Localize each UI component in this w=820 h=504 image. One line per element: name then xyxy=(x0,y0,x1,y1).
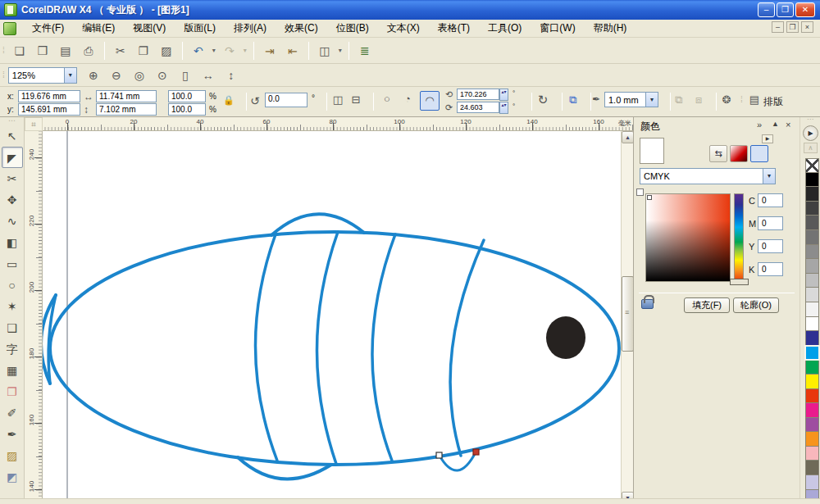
docker-close-icon[interactable]: × xyxy=(786,120,790,129)
layout-icon[interactable]: ▤ xyxy=(746,93,763,109)
menu-tools[interactable]: 工具(O) xyxy=(479,20,531,37)
palette-flyout-icon[interactable]: ▶ xyxy=(803,125,818,141)
import-icon[interactable]: ⇥ xyxy=(260,41,280,61)
curve-node-handle-left[interactable] xyxy=(436,452,442,458)
y-position-field[interactable]: 145.691 mm xyxy=(18,103,80,116)
zoom-combo-arrow-icon[interactable]: ▾ xyxy=(64,68,76,83)
scale-lock-icon[interactable]: 🔒 xyxy=(223,95,235,106)
change-direction-icon[interactable]: ↻ xyxy=(535,93,551,109)
start-angle-field[interactable]: 170.226 xyxy=(457,89,499,100)
pie-mode-button[interactable]: ◔ xyxy=(399,92,416,108)
close-button[interactable]: ✕ xyxy=(795,2,815,17)
zoom-level-combo[interactable]: 125% ▾ xyxy=(8,67,77,84)
eyedropper-tool[interactable]: ✐ xyxy=(2,402,23,424)
menu-layout[interactable]: 版面(L) xyxy=(175,20,225,37)
outline-width-arrow-icon[interactable]: ▾ xyxy=(645,93,658,107)
color-viewers-button[interactable] xyxy=(730,145,748,162)
menu-table[interactable]: 表格(T) xyxy=(429,20,479,37)
end-angle-field[interactable]: 24.603 xyxy=(457,102,499,113)
table-tool[interactable]: ▦ xyxy=(2,360,23,381)
zoom-out-icon[interactable]: ⊖ xyxy=(107,66,126,85)
restore-button[interactable]: ❐ xyxy=(777,2,794,17)
menu-file[interactable]: 文件(F) xyxy=(23,20,73,37)
end-angle-spinner[interactable]: ▴▾ xyxy=(499,102,508,114)
palette-swatch-selected[interactable] xyxy=(805,346,819,361)
app-launcher-icon[interactable]: ◫ xyxy=(315,41,335,61)
basic-shapes-tool[interactable]: ❑ xyxy=(2,317,23,338)
mirror-vertical-icon[interactable]: ⊟ xyxy=(348,93,364,109)
zoom-selected-icon[interactable]: ◎ xyxy=(130,66,149,85)
color-model-combo[interactable]: CMYK ▾ xyxy=(640,168,776,184)
cyan-field[interactable]: 0 xyxy=(758,193,783,207)
paste-icon[interactable]: ▨ xyxy=(157,41,176,61)
ruler-origin-icon[interactable]: ⌗ xyxy=(25,117,43,131)
order-icon[interactable]: ⧉ xyxy=(565,93,581,109)
palette-drag-handle[interactable]: ⋯ xyxy=(800,117,820,124)
smart-fill-tool[interactable]: ◧ xyxy=(2,232,23,253)
toolbar-drag-handle[interactable]: ⁞ xyxy=(740,95,742,104)
fish-stripe-3[interactable] xyxy=(372,234,395,461)
open-icon[interactable]: ❒ xyxy=(33,41,52,61)
layout-label[interactable]: 排版 xyxy=(763,95,783,109)
color-model-arrow-icon[interactable]: ▾ xyxy=(763,169,775,184)
fish-eye[interactable] xyxy=(546,316,585,359)
palette-swatch[interactable] xyxy=(805,403,819,418)
text-tool[interactable]: 字 xyxy=(2,338,23,360)
palette-swatch[interactable] xyxy=(805,230,819,245)
fill-tool[interactable]: ▨ xyxy=(2,445,23,466)
blend-tool[interactable]: ❐ xyxy=(2,381,23,402)
black-field[interactable]: 0 xyxy=(758,262,783,276)
launcher-dropdown-icon[interactable]: ▾ xyxy=(336,47,344,54)
palette-swatch[interactable] xyxy=(805,259,819,274)
zoom-page-icon[interactable]: ▯ xyxy=(175,66,195,85)
menu-text[interactable]: 文本(X) xyxy=(378,20,429,37)
zoom-page-height-icon[interactable]: ↕ xyxy=(221,66,241,85)
color-palettes-button[interactable] xyxy=(750,145,768,162)
pick-tool[interactable]: ↖ xyxy=(2,125,23,147)
palette-swatch[interactable] xyxy=(805,202,819,216)
horizontal-ruler[interactable]: 0 20 40 60 80 100 120 140 160 毫米 xyxy=(43,117,633,131)
undo-dropdown-icon[interactable]: ▾ xyxy=(210,47,218,54)
mirror-horizontal-icon[interactable]: ◫ xyxy=(330,93,346,109)
redo-dropdown-icon[interactable]: ▾ xyxy=(241,47,249,54)
palette-swatch[interactable] xyxy=(805,302,819,317)
freehand-tool[interactable]: ∿ xyxy=(2,211,23,232)
redo-icon[interactable]: ↷ xyxy=(220,41,239,61)
new-document-icon[interactable]: ❏ xyxy=(10,41,30,61)
fish-stripe-4[interactable] xyxy=(450,240,484,456)
palette-swatch[interactable] xyxy=(805,245,819,260)
palette-swatch[interactable] xyxy=(805,216,819,230)
hue-slider-handle[interactable] xyxy=(730,279,749,285)
canvas-vertical-scrollbar[interactable]: ▲ ▼ xyxy=(621,131,633,504)
palette-swatch[interactable] xyxy=(805,360,819,375)
palette-swatch[interactable] xyxy=(805,274,819,288)
yellow-field[interactable]: 0 xyxy=(758,239,783,253)
ellipse-tool[interactable]: ○ xyxy=(2,275,23,296)
palette-swatch[interactable] xyxy=(805,389,819,404)
rectangle-tool[interactable]: ▭ xyxy=(2,253,23,275)
options-icon[interactable]: ≣ xyxy=(355,41,375,61)
palette-swatch[interactable] xyxy=(805,187,819,202)
menu-edit[interactable]: 编辑(E) xyxy=(73,20,124,37)
copy-icon[interactable]: ❐ xyxy=(134,41,153,61)
zoom-page-width-icon[interactable]: ↔ xyxy=(198,66,218,85)
object-width-field[interactable]: 11.741 mm xyxy=(96,90,157,102)
menu-window[interactable]: 窗口(W) xyxy=(531,20,584,37)
object-height-field[interactable]: 7.102 mm xyxy=(96,103,157,116)
fish-stripe-2[interactable] xyxy=(317,232,338,464)
drawing-canvas[interactable] xyxy=(43,131,621,504)
crop-tool[interactable]: ✂ xyxy=(2,168,23,189)
wrap-text-icon[interactable]: ❂ xyxy=(718,93,735,109)
outline-pen-tool[interactable]: ✒ xyxy=(2,424,23,445)
fill-button[interactable]: 填充(F) xyxy=(684,297,730,313)
menu-view[interactable]: 视图(V) xyxy=(124,20,175,37)
menu-arrange[interactable]: 排列(A) xyxy=(225,20,276,37)
palette-swatch[interactable] xyxy=(805,331,819,346)
print-icon[interactable]: ⎙ xyxy=(79,41,98,61)
rotation-angle-field[interactable]: 0.0 xyxy=(265,93,308,107)
scale-h-field[interactable]: 100.0 xyxy=(168,90,206,102)
menu-bitmaps[interactable]: 位图(B) xyxy=(327,20,378,37)
curve-node-handle-right[interactable] xyxy=(473,449,479,455)
menu-help[interactable]: 帮助(H) xyxy=(585,20,636,37)
zoom-in-icon[interactable]: ⊕ xyxy=(84,66,103,85)
